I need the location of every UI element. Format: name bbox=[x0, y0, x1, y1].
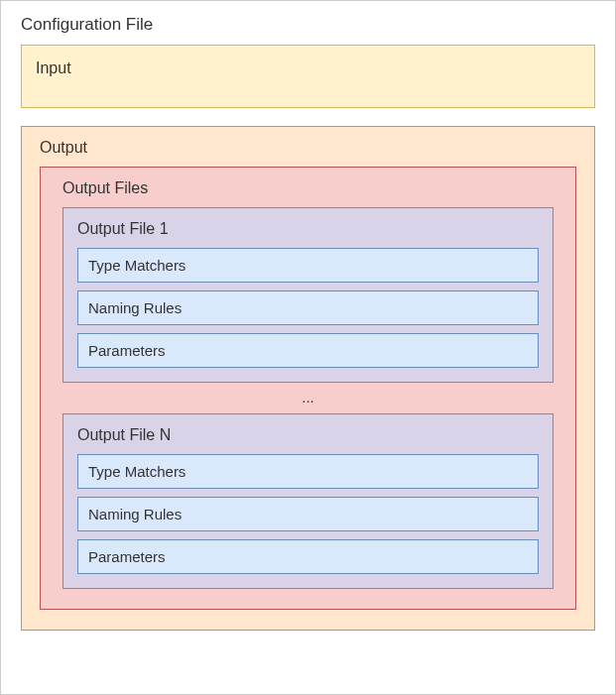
type-matchers-row: Type Matchers bbox=[77, 454, 539, 489]
output-files-box: Output Files Output File 1 Type Matchers… bbox=[40, 167, 576, 610]
output-box: Output Output Files Output File 1 Type M… bbox=[21, 126, 595, 631]
output-file-item-label: Output File 1 bbox=[77, 220, 539, 238]
diagram-title: Configuration File bbox=[21, 15, 595, 35]
ellipsis: ... bbox=[62, 389, 554, 405]
output-file-item: Output File N Type Matchers Naming Rules… bbox=[62, 413, 554, 589]
output-files-label: Output Files bbox=[62, 179, 554, 197]
parameters-row: Parameters bbox=[77, 539, 539, 574]
naming-rules-row: Naming Rules bbox=[77, 290, 539, 325]
type-matchers-row: Type Matchers bbox=[77, 248, 539, 283]
output-file-item: Output File 1 Type Matchers Naming Rules… bbox=[62, 207, 554, 383]
input-label: Input bbox=[36, 59, 580, 77]
naming-rules-row: Naming Rules bbox=[77, 497, 539, 531]
configuration-file-diagram: Configuration File Input Output Output F… bbox=[0, 0, 616, 695]
output-label: Output bbox=[40, 139, 576, 157]
parameters-row: Parameters bbox=[77, 333, 539, 368]
output-file-item-label: Output File N bbox=[77, 426, 539, 444]
input-box: Input bbox=[21, 45, 595, 108]
